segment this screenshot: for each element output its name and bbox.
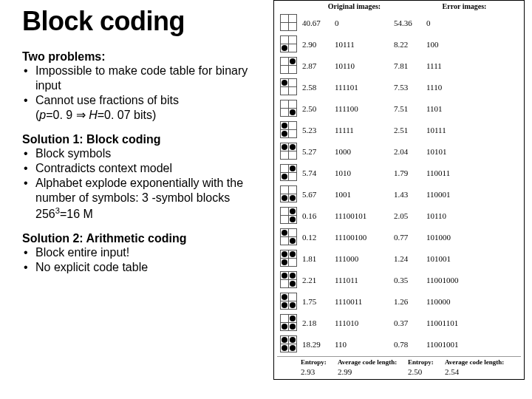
cell-value: 2.18: [299, 318, 335, 327]
block-pattern-icon: [277, 58, 299, 74]
table-body: 40.67054.3602.90101118.221002.87101107.8…: [277, 12, 521, 355]
list-item: Block symbols: [22, 146, 266, 161]
cell-value: 11100100: [335, 233, 391, 242]
cell-value: 5.27: [299, 147, 335, 156]
block-pattern-icon: [277, 315, 299, 331]
cell-value: 2.21: [299, 276, 335, 284]
cell-value: 1.43: [391, 190, 426, 199]
block-pattern-icon: [277, 186, 299, 202]
cell-value: 1010: [335, 168, 391, 177]
cell-value: 54.36: [391, 18, 426, 27]
cell-value: 2.05: [391, 211, 426, 220]
footer-avglen-2: 2.54: [445, 367, 521, 376]
table-row: 2.87101107.811111: [277, 55, 521, 76]
cell-value: 111000: [335, 254, 391, 263]
footer-label-entropy: Entropy:: [408, 358, 445, 366]
cell-value: 0: [426, 18, 521, 27]
cell-value: 0.16: [299, 211, 335, 220]
cell-value: 1.75: [299, 297, 335, 306]
problems-list: Impossible to make code table for binary…: [22, 64, 266, 123]
cell-value: 18.29: [299, 340, 335, 349]
cell-value: 5.23: [299, 126, 335, 134]
cell-value: 110011: [426, 168, 521, 177]
table-row: 2.181110100.3711001101: [277, 312, 521, 333]
cell-value: 1.26: [391, 297, 426, 306]
cell-value: 1000: [335, 147, 391, 156]
table-row: 0.16111001012.0510110: [277, 205, 521, 226]
footer-avglen-1: 2.99: [338, 367, 408, 376]
cell-value: 101001: [426, 254, 521, 263]
cell-value: 0.78: [391, 340, 426, 349]
cell-value: 10101: [426, 147, 521, 156]
table-row: 1.7511100111.26110000: [277, 290, 521, 312]
cell-value: 1.24: [391, 254, 426, 263]
table-row: 5.7410101.79110011: [277, 162, 521, 183]
cell-value: 10110: [335, 61, 391, 70]
cell-value: 7.81: [391, 61, 426, 70]
cell-value: 2.87: [299, 61, 335, 70]
cell-value: 110: [335, 340, 391, 349]
cell-value: 2.51: [391, 126, 426, 134]
cell-value: 5.74: [299, 168, 335, 177]
cell-value: 0.77: [391, 233, 426, 242]
cell-value: 10110: [426, 211, 521, 220]
footer-label-avglen: Average code length:: [445, 358, 521, 366]
table-row: 2.581111017.531110: [277, 76, 521, 98]
table-row: 5.6710011.43110001: [277, 183, 521, 205]
page-title: Block coding: [22, 6, 266, 37]
cell-value: 1001: [335, 190, 391, 199]
table-row: 1.811110001.24101001: [277, 248, 521, 269]
footer-label-entropy: Entropy:: [301, 358, 338, 366]
cell-value: 100: [426, 40, 521, 49]
cell-value: 0: [335, 18, 391, 27]
list-item: Impossible to make code table for binary…: [22, 64, 266, 93]
list-item: Cannot use fractions of bits (p=0. 9 ⇒ H…: [22, 93, 266, 123]
cell-value: 110001: [426, 190, 521, 199]
footer-label-avglen: Average code length:: [338, 358, 408, 366]
cell-value: 111101: [335, 83, 391, 92]
block-pattern-icon: [277, 250, 299, 267]
header-original: Original images:: [301, 2, 408, 10]
block-pattern-icon: [277, 36, 299, 52]
cell-value: 5.67: [299, 190, 335, 199]
block-pattern-icon: [277, 100, 299, 117]
block-pattern-icon: [277, 272, 299, 288]
block-pattern-icon: [277, 208, 299, 224]
table-column: Original images: Error images: 40.67054.…: [273, 0, 532, 399]
cell-value: 1110011: [335, 297, 391, 306]
cell-value: 2.04: [391, 147, 426, 156]
table-row: 5.2710002.0410101: [277, 140, 521, 162]
cell-value: 110000: [426, 297, 521, 306]
cell-value: 10111: [335, 40, 391, 49]
list-item: Alphabet explode exponentially with the …: [22, 176, 266, 222]
cell-value: 10111: [426, 126, 521, 134]
cell-value: 111100: [335, 104, 391, 113]
list-item: No explicit code table: [22, 260, 266, 275]
block-pattern-icon: [277, 336, 299, 352]
cell-value: 11111: [335, 126, 391, 134]
list-item: Block entire input!: [22, 245, 266, 260]
block-pattern-icon: [277, 79, 299, 95]
block-pattern-icon: [277, 122, 299, 138]
solution2-list: Block entire input! No explicit code tab…: [22, 245, 266, 275]
cell-value: 7.51: [391, 104, 426, 113]
cell-value: 2.50: [299, 104, 335, 113]
footer-entropy-2: 2.50: [408, 367, 445, 376]
cell-value: 11001101: [426, 318, 521, 327]
cell-value: 101000: [426, 233, 521, 242]
table-row: 5.23111112.5110111: [277, 119, 521, 140]
table-row: 2.211110110.3511001000: [277, 269, 521, 290]
table-row: 2.90101118.22100: [277, 33, 521, 55]
block-pattern-icon: [277, 15, 299, 31]
cell-value: 0.37: [391, 318, 426, 327]
header-error: Error images:: [408, 2, 521, 10]
table-row: 0.12111001000.77101000: [277, 226, 521, 248]
solution2-heading: Solution 2: Arithmetic coding: [22, 232, 266, 245]
cell-value: 0.35: [391, 276, 426, 284]
table-row: 40.67054.360: [277, 12, 521, 33]
cell-value: 111011: [335, 276, 391, 284]
list-item: Contradicts context model: [22, 161, 266, 176]
text-column: Block coding Two problems: Impossible to…: [0, 0, 273, 399]
cell-value: 11001001: [426, 340, 521, 349]
code-table-panel: Original images: Error images: 40.67054.…: [273, 0, 525, 380]
